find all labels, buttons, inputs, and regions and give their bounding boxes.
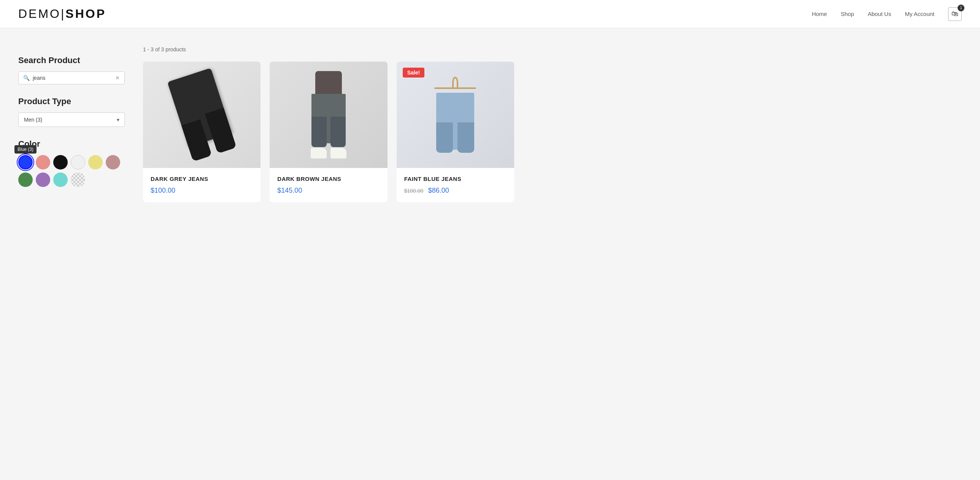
cart-badge: 1 bbox=[958, 5, 964, 11]
nav-home[interactable]: Home bbox=[812, 11, 827, 17]
products-grid: DARK GREY JEANS $100.00 bbox=[143, 62, 514, 202]
logo[interactable]: DEMO|SHOP bbox=[18, 7, 106, 21]
product-price-dark-grey-jeans: $100.00 bbox=[151, 187, 253, 195]
color-swatch-white[interactable] bbox=[71, 155, 85, 170]
jeans-art-dark-brown bbox=[270, 62, 387, 168]
main-content: Search Product 🔍 ✕ Product Type Men (3) … bbox=[0, 28, 532, 220]
product-price-dark-brown-jeans: $145.00 bbox=[277, 187, 380, 195]
product-count: 1 - 3 of 3 products bbox=[143, 46, 514, 52]
product-type-title: Product Type bbox=[18, 97, 125, 106]
product-info-dark-brown-jeans: DARK BROWN JEANS $145.00 bbox=[270, 168, 387, 202]
nav-shop[interactable]: Shop bbox=[841, 11, 854, 17]
main-nav: Home Shop About Us My Account 🛍 1 bbox=[812, 7, 962, 21]
color-swatch-purple[interactable] bbox=[36, 173, 50, 187]
color-title: Color bbox=[18, 139, 125, 149]
cart-bag-icon: 🛍 bbox=[951, 10, 958, 18]
product-image-faint-blue-jeans: Sale! bbox=[397, 62, 514, 168]
color-swatch-checkered[interactable] bbox=[71, 173, 85, 187]
jeans-art-dark-grey bbox=[143, 62, 261, 168]
product-type-select[interactable]: Men (3) Women Kids bbox=[18, 112, 125, 127]
product-card-dark-grey-jeans[interactable]: DARK GREY JEANS $100.00 bbox=[143, 62, 261, 202]
logo-light: DEMO| bbox=[18, 7, 65, 21]
color-section: Color Blue (3) bbox=[18, 139, 125, 187]
nav-account[interactable]: My Account bbox=[905, 11, 934, 17]
search-box: 🔍 ✕ bbox=[18, 71, 125, 84]
color-swatch-mauve[interactable] bbox=[106, 155, 120, 170]
color-swatch-teal[interactable] bbox=[53, 173, 68, 187]
color-swatch-blue[interactable] bbox=[18, 155, 33, 170]
product-info-faint-blue-jeans: FAINT BLUE JEANS $100.00 $86.00 bbox=[397, 168, 514, 202]
color-swatches: Blue (3) bbox=[18, 155, 125, 187]
product-type-section: Product Type Men (3) Women Kids bbox=[18, 97, 125, 127]
header: DEMO|SHOP Home Shop About Us My Account … bbox=[0, 0, 980, 28]
cart-button[interactable]: 🛍 1 bbox=[948, 7, 962, 21]
product-name-faint-blue-jeans: FAINT BLUE JEANS bbox=[404, 176, 506, 182]
search-section: Search Product 🔍 ✕ bbox=[18, 55, 125, 84]
clear-search-button[interactable]: ✕ bbox=[115, 75, 120, 81]
nav-about[interactable]: About Us bbox=[868, 11, 891, 17]
product-info-dark-grey-jeans: DARK GREY JEANS $100.00 bbox=[143, 168, 261, 202]
logo-bold: SHOP bbox=[65, 7, 106, 21]
product-name-dark-grey-jeans: DARK GREY JEANS bbox=[151, 176, 253, 182]
product-price-sale: $86.00 bbox=[428, 187, 449, 194]
product-price-original: $100.00 bbox=[404, 188, 424, 194]
color-swatch-pink[interactable] bbox=[36, 155, 50, 170]
color-swatch-black[interactable] bbox=[53, 155, 68, 170]
color-blue-wrapper: Blue (3) bbox=[18, 155, 33, 170]
product-image-dark-brown-jeans bbox=[270, 62, 387, 168]
color-swatch-green[interactable] bbox=[18, 173, 33, 187]
sale-badge: Sale! bbox=[403, 68, 425, 78]
search-icon: 🔍 bbox=[23, 75, 30, 81]
product-image-dark-grey-jeans bbox=[143, 62, 261, 168]
product-type-select-wrapper: Men (3) Women Kids bbox=[18, 112, 125, 127]
search-title: Search Product bbox=[18, 55, 125, 65]
product-name-dark-brown-jeans: DARK BROWN JEANS bbox=[277, 176, 380, 182]
search-input[interactable] bbox=[33, 75, 112, 81]
jeans-art-faint-blue bbox=[397, 62, 514, 168]
product-card-faint-blue-jeans[interactable]: Sale! bbox=[397, 62, 514, 202]
sidebar: Search Product 🔍 ✕ Product Type Men (3) … bbox=[18, 46, 125, 202]
color-swatch-yellow[interactable] bbox=[88, 155, 103, 170]
product-card-dark-brown-jeans[interactable]: DARK BROWN JEANS $145.00 bbox=[270, 62, 387, 202]
products-area: 1 - 3 of 3 products DARK GREY JEANS bbox=[143, 46, 514, 202]
product-price-faint-blue-jeans: $100.00 $86.00 bbox=[404, 187, 506, 195]
